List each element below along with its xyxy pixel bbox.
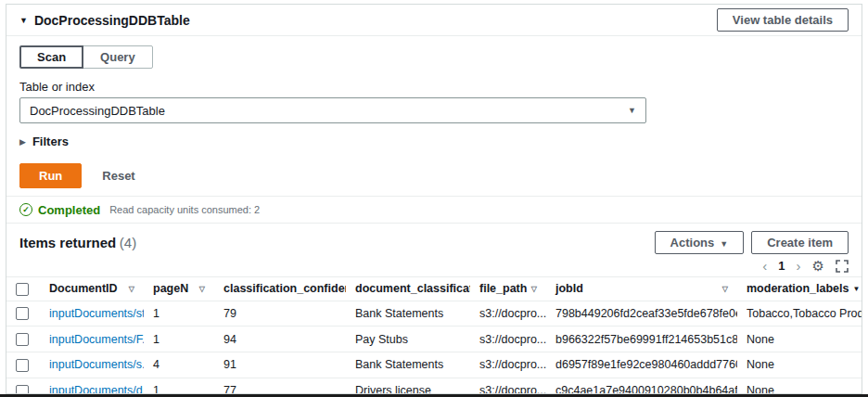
tab-scan[interactable]: Scan xyxy=(19,45,83,69)
completed-check-icon: ✓ xyxy=(19,203,32,216)
column-header-file-path[interactable]: file_path▽ xyxy=(470,277,546,301)
create-item-button[interactable]: Create item xyxy=(751,231,849,254)
prev-page-button[interactable]: ‹ xyxy=(762,259,767,273)
scan-query-toggle: Scan Query xyxy=(19,45,153,69)
select-all-checkbox[interactable] xyxy=(16,283,29,296)
table-row: inputDocuments/s... 4 91 Bank Statements… xyxy=(6,352,862,378)
document-id-link[interactable]: inputDocuments/F... xyxy=(49,333,144,346)
run-button[interactable]: Run xyxy=(19,163,82,188)
table-or-index-select[interactable]: DocProcessingDDBTable ▼ xyxy=(19,97,646,123)
cell-classification-confidence: 91 xyxy=(214,352,346,378)
select-all-header[interactable] xyxy=(6,277,40,301)
status-label: Completed xyxy=(38,203,100,217)
sort-icon: ▽ xyxy=(722,285,728,293)
cell-file-path: s3://docpro... xyxy=(470,352,546,378)
cell-file-path: s3://docpro... xyxy=(470,327,546,352)
view-table-details-button[interactable]: View table details xyxy=(717,8,849,32)
pagination: ‹ 1 › ⚙ xyxy=(6,256,862,276)
table-panel-card: ▼ DocProcessingDDBTable View table detai… xyxy=(6,4,862,394)
cell-pagen: 1 xyxy=(144,378,214,394)
current-page-number[interactable]: 1 xyxy=(778,259,785,273)
actions-caret-icon: ▼ xyxy=(720,239,728,249)
cell-jobid: c9c4ae1a7e9400910280b0b4b64afb775... xyxy=(546,378,737,394)
column-header-classification-confidence[interactable]: classification_confidence▽ xyxy=(214,277,346,301)
select-caret-icon: ▼ xyxy=(628,106,636,115)
row-checkbox[interactable] xyxy=(16,385,29,394)
table-row: inputDocuments/d... 1 77 Drivers license… xyxy=(6,378,862,394)
items-returned-count: (4) xyxy=(120,235,136,250)
results-header: Items returned (4) Actions▼ Create item xyxy=(6,224,862,256)
filters-expand-icon: ▶ xyxy=(19,137,26,147)
cell-document-classification: Pay Stubs xyxy=(346,327,470,352)
items-returned-title: Items returned (4) xyxy=(19,235,136,250)
actions-button[interactable]: Actions▼ xyxy=(655,231,745,254)
reset-button[interactable]: Reset xyxy=(89,164,147,187)
cell-moderation-labels: Tobacco,Tobacco Products xyxy=(737,301,862,327)
cell-jobid: d6957f89e1fe92ce980460addd776065d... xyxy=(546,352,737,378)
cell-pagen: 1 xyxy=(144,327,214,352)
cell-file-path: s3://docpro... xyxy=(470,378,546,394)
document-id-link[interactable]: inputDocuments/s... xyxy=(49,358,144,371)
cell-file-path: s3://docpro... xyxy=(470,301,546,327)
tab-query[interactable]: Query xyxy=(83,45,153,69)
cell-classification-confidence: 79 xyxy=(214,301,346,327)
column-header-document-classification[interactable]: document_classification▽ xyxy=(346,277,470,301)
table-row: inputDocuments/st... 1 79 Bank Statement… xyxy=(6,301,862,327)
query-panel: Scan Query Table or index DocProcessingD… xyxy=(6,36,862,196)
selected-table-value: DocProcessingDDBTable xyxy=(30,104,165,118)
status-detail: Read capacity units consumed: 2 xyxy=(109,204,260,215)
document-id-link[interactable]: inputDocuments/d... xyxy=(49,384,144,394)
cell-moderation-labels: None xyxy=(737,352,862,378)
next-page-button[interactable]: › xyxy=(797,259,801,273)
cell-classification-confidence: 94 xyxy=(214,327,346,352)
run-row: Run Reset xyxy=(19,163,849,188)
filters-label: Filters xyxy=(32,134,69,148)
actions-label: Actions xyxy=(670,236,715,250)
row-checkbox[interactable] xyxy=(16,333,29,346)
table-row: inputDocuments/F... 1 94 Pay Stubs s3://… xyxy=(6,327,862,352)
fullscreen-icon[interactable] xyxy=(836,260,849,273)
row-checkbox[interactable] xyxy=(16,307,29,320)
cell-document-classification: Drivers license xyxy=(346,378,470,394)
table-or-index-label: Table or index xyxy=(19,80,849,94)
cell-document-classification: Bank Statements xyxy=(346,301,470,327)
document-id-link[interactable]: inputDocuments/st... xyxy=(49,307,144,320)
row-checkbox[interactable] xyxy=(16,359,29,372)
column-header-moderation-labels[interactable]: moderation_labels▼ xyxy=(737,277,862,301)
panel-title: DocProcessingDDBTable xyxy=(34,13,190,28)
preferences-gear-icon[interactable]: ⚙ xyxy=(812,259,824,273)
sort-icon: ▽ xyxy=(199,285,205,293)
cell-classification-confidence: 77 xyxy=(214,378,346,394)
cell-moderation-labels: None xyxy=(737,378,862,394)
cell-moderation-labels: None xyxy=(737,327,862,352)
status-bar: ✓ Completed Read capacity units consumed… xyxy=(6,196,862,224)
table-header-row: DocumentID▽ pageN▽ classification_confid… xyxy=(6,277,862,301)
sort-icon: ▽ xyxy=(129,285,134,293)
cell-pagen: 4 xyxy=(144,352,214,378)
column-header-documentid[interactable]: DocumentID▽ xyxy=(40,277,144,301)
cell-pagen: 1 xyxy=(144,301,214,327)
cell-jobid: 798b449206fd2ceaf33e5fde678fe0ef32... xyxy=(546,301,737,327)
cell-document-classification: Bank Statements xyxy=(346,352,470,378)
filters-expander[interactable]: ▶ Filters xyxy=(19,134,849,148)
sort-icon: ▼ xyxy=(852,285,860,293)
items-table: DocumentID▽ pageN▽ classification_confid… xyxy=(6,276,862,394)
items-returned-label: Items returned xyxy=(19,235,116,250)
collapse-section-icon[interactable]: ▼ xyxy=(19,16,28,25)
column-header-jobid[interactable]: jobId▽ xyxy=(546,277,737,301)
sort-icon: ▽ xyxy=(531,285,537,293)
panel-header: ▼ DocProcessingDDBTable View table detai… xyxy=(6,5,862,36)
column-header-pagen[interactable]: pageN▽ xyxy=(144,277,214,301)
cell-jobid: b966322f57be69991ff214653b51c8b90... xyxy=(546,327,737,352)
